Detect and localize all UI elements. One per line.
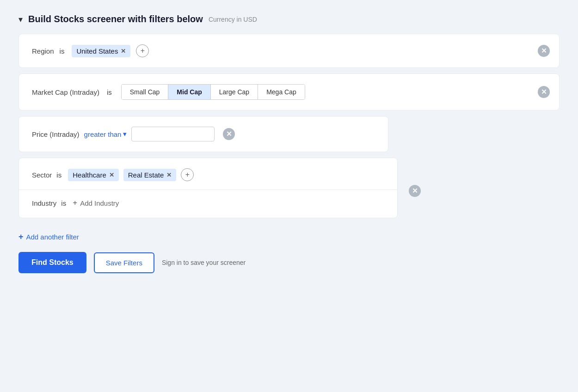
price-input[interactable] xyxy=(131,127,215,141)
price-row: Price (Intraday) greater than ▾ ✕ xyxy=(32,127,375,141)
region-filter-card: Region is United States ✕ + ✕ xyxy=(18,34,560,68)
region-label: Region xyxy=(32,47,54,55)
market-cap-is: is xyxy=(107,88,112,96)
cap-options: Small Cap Mid Cap Large Cap Mega Cap xyxy=(121,84,305,100)
page-container: ▾ Build Stocks screener with filters bel… xyxy=(9,9,569,282)
real-estate-remove-icon[interactable]: ✕ xyxy=(166,172,172,178)
market-cap-label: Market Cap (Intraday) xyxy=(32,88,99,96)
market-cap-filter-card: Market Cap (Intraday) is Small Cap Mid C… xyxy=(18,74,560,110)
header-row: ▾ Build Stocks screener with filters bel… xyxy=(18,14,560,24)
sector-industry-card: Sector is Healthcare ✕ Real Estate ✕ + I… xyxy=(18,158,398,218)
sector-industry-wrapper: Sector is Healthcare ✕ Real Estate ✕ + I… xyxy=(18,158,398,224)
sector-label: Sector xyxy=(32,171,52,179)
region-value: United States xyxy=(76,47,118,55)
cap-mid-button[interactable]: Mid Cap xyxy=(168,85,210,99)
currency-note: Currency in USD xyxy=(209,16,257,23)
healthcare-value: Healthcare xyxy=(73,171,106,179)
add-filter-label: Add another filter xyxy=(26,233,79,241)
add-region-button[interactable]: + xyxy=(136,44,149,57)
real-estate-value: Real Estate xyxy=(128,171,164,179)
price-remove-filter-button[interactable]: ✕ xyxy=(223,128,235,140)
region-remove-icon[interactable]: ✕ xyxy=(121,48,126,55)
market-cap-remove-filter-button[interactable]: ✕ xyxy=(538,86,550,98)
price-label: Price (Intraday) xyxy=(32,130,80,138)
healthcare-remove-icon[interactable]: ✕ xyxy=(109,172,114,178)
cap-mega-button[interactable]: Mega Cap xyxy=(258,85,305,99)
add-filter-plus-icon: + xyxy=(18,232,24,242)
sector-row: Sector is Healthcare ✕ Real Estate ✕ + xyxy=(19,158,397,190)
region-tag: United States ✕ xyxy=(72,45,130,57)
sector-is: is xyxy=(56,171,61,179)
industry-row: Industry is + Add Industry xyxy=(19,190,397,218)
add-industry-label: Add Industry xyxy=(80,199,119,207)
find-stocks-button[interactable]: Find Stocks xyxy=(18,252,86,273)
industry-is: is xyxy=(61,199,66,207)
industry-label: Industry xyxy=(32,199,56,207)
add-industry-button[interactable]: + Add Industry xyxy=(73,198,119,208)
add-sector-button[interactable]: + xyxy=(181,168,194,181)
price-filter-card: Price (Intraday) greater than ▾ ✕ xyxy=(18,116,388,152)
save-filters-button[interactable]: Save Filters xyxy=(94,252,154,273)
region-is: is xyxy=(60,47,65,55)
price-condition-button[interactable]: greater than ▾ xyxy=(84,130,127,138)
sector-remove-filter-button[interactable]: ✕ xyxy=(409,185,421,197)
collapse-icon[interactable]: ▾ xyxy=(18,14,23,24)
page-title: Build Stocks screener with filters below xyxy=(28,14,203,24)
price-condition-chevron: ▾ xyxy=(123,130,127,138)
cap-large-button[interactable]: Large Cap xyxy=(211,85,258,99)
sign-in-note: Sign in to save your screener xyxy=(162,259,246,266)
price-condition-text: greater than xyxy=(84,130,122,138)
region-remove-filter-button[interactable]: ✕ xyxy=(538,45,550,57)
action-row: Find Stocks Save Filters Sign in to save… xyxy=(18,252,560,273)
add-industry-plus-icon: + xyxy=(73,198,77,208)
cap-small-button[interactable]: Small Cap xyxy=(122,85,169,99)
add-filter-row[interactable]: + Add another filter xyxy=(18,232,560,242)
real-estate-tag: Real Estate ✕ xyxy=(123,169,177,181)
healthcare-tag: Healthcare ✕ xyxy=(68,169,119,181)
